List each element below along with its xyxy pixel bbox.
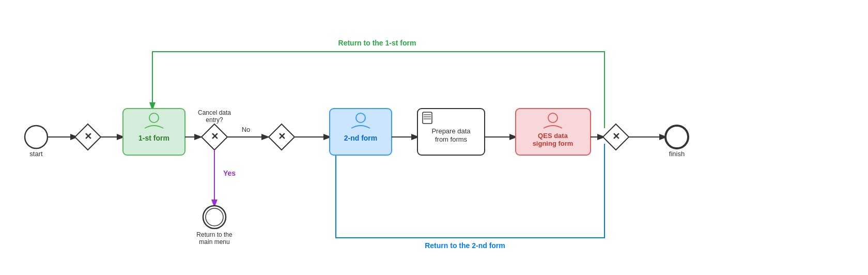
no-label: No: [242, 126, 251, 133]
gateway-4-x: ✕: [612, 131, 620, 142]
gateway-2-x: ✕: [211, 131, 219, 142]
bpmn-diagram: Return to the 1-st form Return to the 2-…: [0, 0, 868, 275]
end-event: [665, 126, 688, 148]
gateway-2-label-line2: entry?: [206, 116, 223, 124]
qes-label-line1: QES data: [538, 132, 568, 140]
gateway-1-x: ✕: [84, 131, 92, 142]
gateway-3-x: ✕: [278, 131, 286, 142]
form1-task: [123, 109, 185, 155]
script-label-line1: Prepare data: [431, 127, 471, 135]
form2-task: [330, 109, 392, 155]
gateway-2-label-line1: Cancel data: [198, 109, 231, 116]
qes-label-line2: signing form: [533, 140, 574, 147]
script-label-line2: from forms: [435, 135, 468, 143]
yes-label: Yes: [223, 169, 236, 177]
menu-label-line2: main menu: [199, 238, 229, 246]
return-2nd-form-arrow: [336, 144, 605, 238]
start-event: [25, 126, 48, 148]
menu-event-inner: [206, 208, 223, 226]
start-label: start: [29, 150, 43, 158]
end-label: finish: [669, 150, 685, 158]
form1-label: 1-st form: [138, 134, 169, 142]
return-1st-form-label: Return to the 1-st form: [338, 39, 416, 47]
form2-label: 2-nd form: [344, 134, 378, 142]
return-2nd-form-label: Return to the 2-nd form: [425, 241, 505, 250]
menu-label-line1: Return to the: [196, 231, 233, 238]
